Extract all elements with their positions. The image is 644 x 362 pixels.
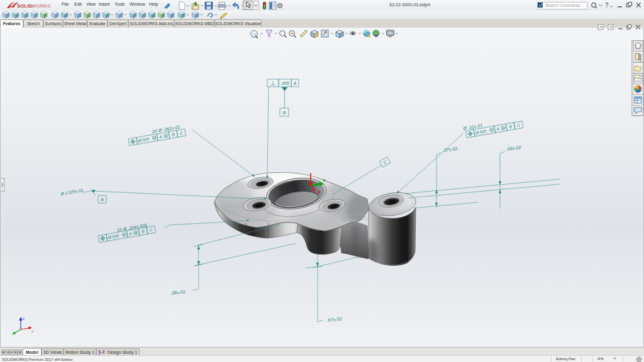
svg-text:SOLID: SOLID bbox=[17, 3, 33, 9]
svg-text:WORKS: WORKS bbox=[31, 3, 51, 9]
svg-text:.67±.02: .67±.02 bbox=[326, 316, 342, 323]
svg-text:.05±.02: .05±.02 bbox=[506, 145, 521, 152]
svg-text:?: ? bbox=[605, 2, 609, 9]
svg-text:Y: Y bbox=[323, 178, 326, 183]
svg-text:C: C bbox=[382, 160, 387, 165]
svg-text:3X Ø .281±.01: 3X Ø .281±.01 bbox=[152, 124, 180, 134]
svg-text:z: z bbox=[23, 317, 25, 321]
svg-text:.38±.02: .38±.02 bbox=[170, 289, 186, 296]
svg-text:A: A bbox=[293, 81, 297, 85]
svg-text:Ø 1.025±.01: Ø 1.025±.01 bbox=[60, 188, 84, 196]
svg-text:.005: .005 bbox=[280, 81, 289, 85]
svg-text:B: B bbox=[283, 111, 286, 115]
svg-text:x: x bbox=[318, 189, 321, 195]
svg-text:x: x bbox=[31, 329, 33, 333]
svg-text:.37±.02: .37±.02 bbox=[442, 146, 458, 153]
svg-text:A: A bbox=[100, 197, 104, 202]
